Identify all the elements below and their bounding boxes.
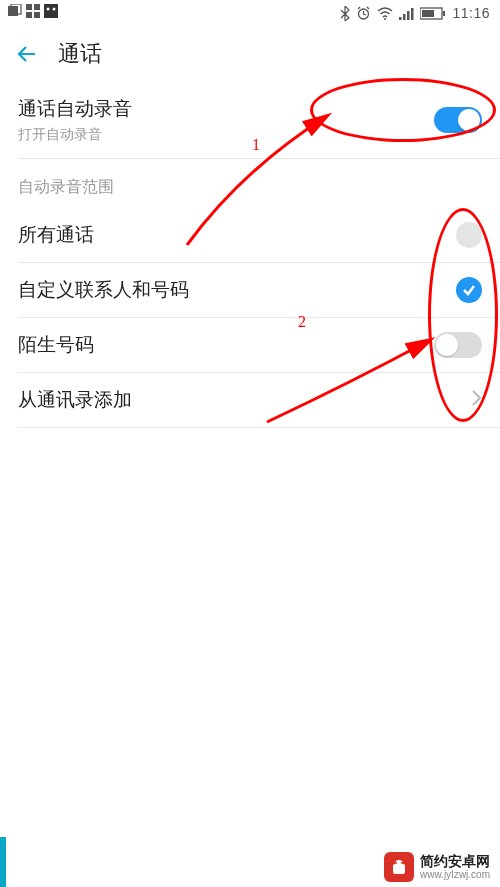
bluetooth-icon <box>340 6 350 21</box>
add-from-contacts-row[interactable]: 从通讯录添加 <box>0 373 500 427</box>
svg-rect-3 <box>34 4 40 10</box>
title-bar: 通话 <box>0 26 500 82</box>
svg-point-20 <box>395 862 397 864</box>
all-calls-radio[interactable] <box>456 222 482 248</box>
status-time: 11:16 <box>452 5 490 21</box>
back-button[interactable] <box>12 38 44 70</box>
custom-contacts-radio[interactable] <box>456 277 482 303</box>
chevron-right-icon <box>470 389 482 411</box>
wifi-icon <box>377 7 393 20</box>
svg-rect-19 <box>393 864 405 874</box>
page-title: 通话 <box>58 39 102 69</box>
auto-record-title: 通话自动录音 <box>18 96 132 122</box>
custom-contacts-row[interactable]: 自定义联系人和号码 <box>0 263 500 317</box>
unknown-numbers-toggle[interactable] <box>434 332 482 358</box>
watermark-url: www.jyIzwj.com <box>420 869 490 880</box>
gallery-icon <box>8 4 22 18</box>
svg-point-21 <box>401 862 403 864</box>
svg-rect-16 <box>422 10 434 17</box>
svg-point-7 <box>47 8 50 11</box>
watermark-title: 简约安卓网 <box>420 854 490 869</box>
flag-icon <box>44 4 58 18</box>
svg-rect-5 <box>34 12 40 18</box>
side-accent <box>0 837 6 887</box>
svg-rect-2 <box>26 4 32 10</box>
svg-rect-13 <box>407 11 410 20</box>
auto-record-toggle[interactable] <box>434 107 482 133</box>
svg-point-10 <box>384 18 386 20</box>
svg-rect-17 <box>443 11 445 16</box>
svg-rect-14 <box>411 8 414 20</box>
add-from-contacts-label: 从通讯录添加 <box>18 387 132 413</box>
divider <box>18 427 500 428</box>
svg-rect-4 <box>26 12 32 18</box>
scope-section-header: 自动录音范围 <box>0 159 500 208</box>
unknown-numbers-row[interactable]: 陌生号码 <box>0 318 500 372</box>
battery-icon <box>420 7 446 20</box>
svg-rect-11 <box>399 17 402 20</box>
svg-point-8 <box>53 8 56 11</box>
status-bar: 11:16 <box>0 0 500 26</box>
signal-icon <box>399 7 414 20</box>
alarm-icon <box>356 6 371 21</box>
all-calls-label: 所有通话 <box>18 222 94 248</box>
svg-rect-6 <box>44 4 58 18</box>
unknown-numbers-label: 陌生号码 <box>18 332 94 358</box>
auto-record-row[interactable]: 通话自动录音 打开自动录音 <box>0 82 500 158</box>
auto-record-subtitle: 打开自动录音 <box>18 126 132 144</box>
watermark: 简约安卓网 www.jyIzwj.com <box>374 847 500 887</box>
svg-rect-12 <box>403 14 406 20</box>
custom-contacts-label: 自定义联系人和号码 <box>18 277 189 303</box>
all-calls-row[interactable]: 所有通话 <box>0 208 500 262</box>
watermark-icon <box>384 852 414 882</box>
grid-icon <box>26 4 40 18</box>
